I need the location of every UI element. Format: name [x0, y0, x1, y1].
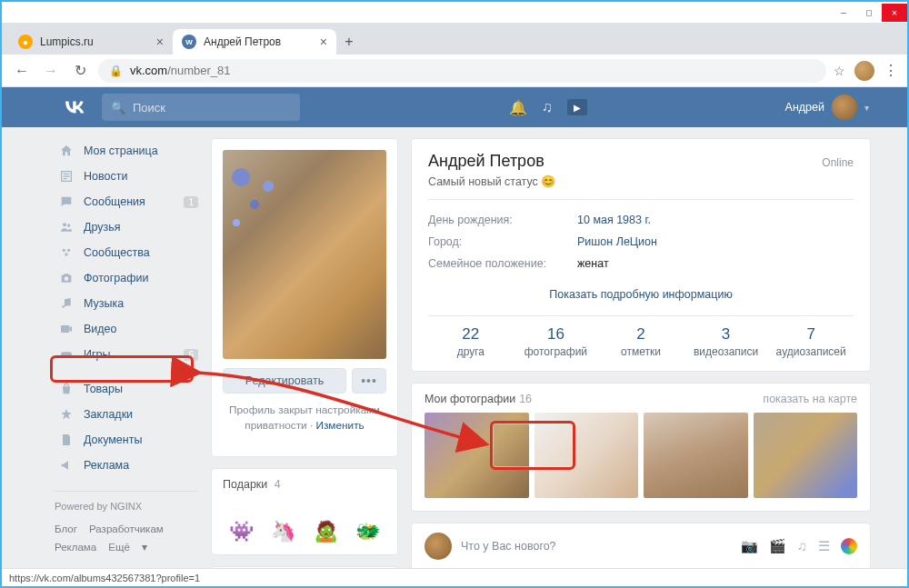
- svg-point-6: [62, 305, 65, 308]
- profile-name: Андрей Петров: [428, 152, 544, 171]
- gifts-card[interactable]: Подарки 4: [211, 468, 398, 555]
- bookmark-star-icon[interactable]: ☆: [834, 64, 845, 78]
- url-input[interactable]: 🔒 vk.com/number_81: [98, 59, 826, 83]
- status-url: https://vk.com/albums432567381?profile=1: [9, 573, 200, 583]
- attach-photo-icon[interactable]: 📷: [741, 538, 758, 554]
- counter-videos[interactable]: 3 видеозаписи: [684, 316, 769, 371]
- chrome-menu-icon[interactable]: ⋮: [884, 62, 898, 79]
- footer-links: Блог Разработчикам Реклама Ещё ▾: [55, 521, 198, 556]
- sidebar-item-photos[interactable]: Фотографии: [55, 265, 198, 291]
- online-status: Online: [822, 156, 854, 169]
- sidebar-item-messages[interactable]: Сообщения 1: [55, 189, 198, 214]
- nav-reload-button[interactable]: ↻: [69, 60, 91, 82]
- friends-card[interactable]: Друзья 22 обновления: [211, 566, 398, 568]
- nav-back-button[interactable]: ←: [11, 60, 33, 82]
- vk-logo[interactable]: [55, 87, 95, 127]
- sidebar-item-label: Новости: [84, 170, 127, 183]
- svg-rect-9: [61, 352, 72, 356]
- vk-search-input[interactable]: 🔍 Поиск: [102, 94, 300, 121]
- window-minimize-button[interactable]: —: [831, 4, 856, 22]
- birthday-link[interactable]: 10 мая 1983 г.: [577, 214, 651, 226]
- sidebar-item-bookmarks[interactable]: Закладки: [55, 402, 198, 427]
- news-icon: [58, 168, 75, 184]
- sidebar-item-my-page[interactable]: Моя страница: [55, 138, 198, 164]
- sidebar-item-label: Реклама: [84, 459, 129, 472]
- privacy-change-link[interactable]: Изменить: [315, 419, 364, 432]
- story-camera-icon[interactable]: [841, 538, 857, 554]
- gift-item[interactable]: [350, 498, 387, 543]
- photos-block-count: 16: [519, 393, 532, 405]
- footer-link-ads[interactable]: Реклама: [55, 542, 96, 553]
- edit-profile-button[interactable]: Редактировать: [223, 368, 346, 394]
- gift-item[interactable]: [223, 498, 260, 543]
- browser-statusbar: https://vk.com/albums432567381?profile=1: [2, 568, 907, 586]
- attach-more-icon[interactable]: ☰: [818, 538, 830, 554]
- tab-close-icon[interactable]: ×: [320, 35, 327, 49]
- nav-forward-button[interactable]: →: [40, 60, 62, 82]
- vk-user-menu[interactable]: Андрей ▾: [785, 95, 869, 120]
- counter-photos[interactable]: 16 фотографий: [514, 316, 599, 371]
- city-link[interactable]: Ришон ЛеЦион: [577, 235, 657, 248]
- messages-badge: 1: [184, 196, 198, 208]
- sidebar-item-groups[interactable]: Сообщества: [55, 240, 198, 265]
- sidebar-item-label: Игры: [84, 348, 110, 361]
- browser-tab-lumpics[interactable]: ● Lumpics.ru ×: [9, 29, 173, 55]
- play-button-icon[interactable]: ▶: [567, 99, 587, 115]
- market-icon: [58, 381, 75, 397]
- sidebar-item-label: Друзья: [84, 221, 121, 234]
- sidebar-item-label: Моя страница: [84, 145, 158, 157]
- sidebar-item-docs[interactable]: Документы: [55, 427, 198, 453]
- tab-close-icon[interactable]: ×: [156, 35, 164, 49]
- sidebar-item-market[interactable]: Товары: [55, 376, 198, 402]
- show-more-info-link[interactable]: Показать подробную информацию: [549, 288, 733, 301]
- sidebar-item-friends[interactable]: Друзья: [55, 214, 198, 240]
- bookmarks-icon: [58, 406, 75, 423]
- photo-thumbnail[interactable]: [534, 413, 639, 498]
- music-top-icon[interactable]: ♫: [542, 99, 553, 115]
- photo-thumbnail[interactable]: [425, 413, 529, 498]
- gift-item[interactable]: [307, 498, 345, 543]
- sidebar-item-games[interactable]: Игры 6: [55, 342, 198, 367]
- browser-address-bar: ← → ↻ 🔒 vk.com/number_81 ☆ ⋮: [2, 55, 907, 87]
- notifications-icon[interactable]: 🔔: [509, 99, 527, 116]
- footer-link-devs[interactable]: Разработчикам: [89, 523, 164, 534]
- profile-counters: 22 друга 16 фотографий 2 отметки 3: [428, 316, 854, 371]
- gift-item[interactable]: [265, 498, 303, 543]
- attach-video-icon[interactable]: 🎬: [769, 538, 786, 554]
- photos-block-title[interactable]: Мои фотографии: [425, 393, 515, 405]
- new-tab-button[interactable]: +: [336, 29, 362, 55]
- counter-friends[interactable]: 22 друга: [428, 316, 514, 371]
- window-maximize-button[interactable]: □: [856, 4, 882, 22]
- profile-left-column: Редактировать ••• Профиль закрыт настрой…: [211, 138, 398, 568]
- sidebar-item-ads[interactable]: Реклама: [55, 453, 198, 478]
- gifts-header: Подарки 4: [223, 478, 386, 491]
- counter-audios[interactable]: 7 аудиозаписей: [768, 316, 854, 371]
- sidebar-item-news[interactable]: Новости: [55, 164, 198, 189]
- profile-avatar-image[interactable]: [223, 150, 386, 359]
- svg-point-0: [63, 223, 66, 226]
- chrome-profile-avatar[interactable]: [854, 61, 874, 81]
- browser-tab-vk[interactable]: W Андрей Петров ×: [173, 29, 336, 55]
- photo-thumbnail[interactable]: [644, 413, 748, 498]
- window-close-button[interactable]: ✕: [882, 4, 907, 22]
- svg-point-7: [68, 304, 71, 306]
- photo-thumbnail[interactable]: [754, 413, 858, 498]
- games-badge: 6: [184, 349, 198, 361]
- counter-tags[interactable]: 2 отметки: [598, 316, 684, 371]
- profile-more-button[interactable]: •••: [352, 368, 386, 394]
- new-post-card[interactable]: Что у Вас нового? 📷 🎬 ♫ ☰: [411, 523, 871, 568]
- tab-title: Андрей Петров: [204, 35, 313, 48]
- sidebar-item-music[interactable]: Музыка: [55, 291, 198, 316]
- footer-link-more[interactable]: Ещё ▾: [108, 542, 147, 553]
- attach-music-icon[interactable]: ♫: [797, 538, 807, 554]
- sidebar-item-video[interactable]: Видео: [55, 316, 198, 342]
- ads-icon: [58, 457, 75, 473]
- my-photos-card: Мои фотографии 16 показать на карте: [411, 383, 871, 512]
- profile-status[interactable]: Самый новый статус 😊: [428, 174, 854, 188]
- photos-map-link[interactable]: показать на карте: [763, 393, 857, 405]
- profile-main-column: Андрей Петров Online Самый новый статус …: [411, 138, 871, 568]
- window-titlebar: — □ ✕: [2, 2, 907, 24]
- footer-link-blog[interactable]: Блог: [55, 523, 77, 534]
- vk-topbar: 🔍 Поиск 🔔 ♫ ▶ Андрей ▾: [2, 87, 907, 127]
- post-placeholder[interactable]: Что у Вас нового?: [461, 540, 732, 553]
